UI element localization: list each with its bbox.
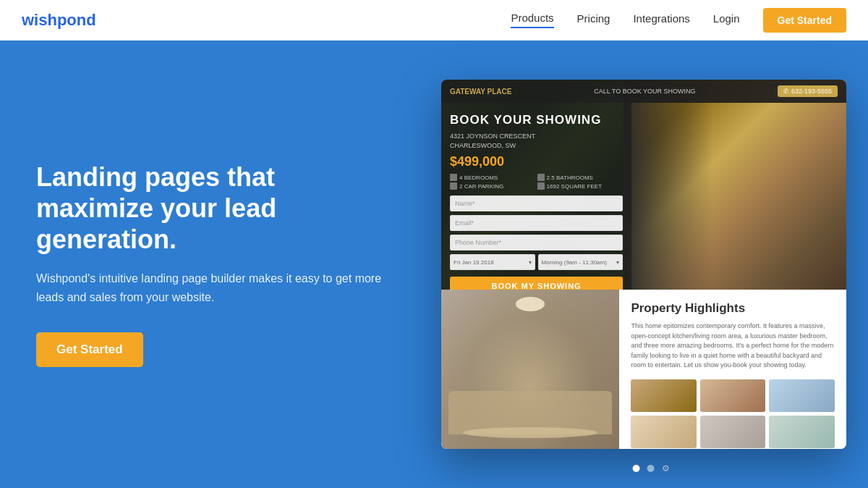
- booking-section: BOOK YOUR SHOWING 4321 JOYNSON CRESCENT …: [441, 103, 631, 290]
- landing-page-preview: GATEWAY PLACE CALL TO BOOK YOUR SHOWING …: [441, 80, 846, 449]
- highlights-title: Property Highlights: [631, 301, 835, 316]
- phone-field[interactable]: Phone Number*: [450, 235, 623, 251]
- feature-sqft: 1692 SQUARE FEET: [537, 182, 624, 190]
- email-field[interactable]: Email*: [450, 215, 623, 231]
- main-content: Landing pages that maximize your lead ge…: [0, 41, 868, 488]
- bed-icon: [450, 174, 457, 181]
- time-select[interactable]: Morning (9am - 11:30am) ▾: [538, 254, 624, 270]
- property-highlights: Property Highlights This home epitomizes…: [619, 290, 846, 449]
- header: wishpond Products Pricing Integrations L…: [0, 0, 868, 41]
- logo: wishpond: [22, 11, 96, 30]
- house-overlay: [624, 80, 846, 290]
- car-icon: [450, 182, 457, 190]
- feature-parking: 2 CAR PARKING: [450, 182, 536, 190]
- bath-icon: [537, 174, 545, 181]
- features-grid: 4 BEDROOMS 2.5 BATHROOMS 2 CAR PARKING: [450, 174, 623, 190]
- interior-photo: [441, 290, 619, 449]
- name-field[interactable]: Name*: [450, 195, 623, 211]
- book-my-showing-button[interactable]: BOOK MY SHOWING: [450, 277, 623, 290]
- photo-thumb-1: [631, 379, 697, 412]
- right-panel: GATEWAY PLACE CALL TO BOOK YOUR SHOWING …: [434, 41, 868, 488]
- feature-bathrooms: 2.5 BATHROOMS: [537, 174, 624, 181]
- slider-dot-settings[interactable]: ⚙: [662, 463, 670, 474]
- date-select[interactable]: Fri Jan 19 2018 ▾: [450, 254, 535, 270]
- area-icon: [537, 182, 545, 190]
- nav-item-pricing[interactable]: Pricing: [577, 12, 610, 28]
- nav: Products Pricing Integrations Login Get …: [511, 8, 846, 33]
- get-started-main-button[interactable]: Get Started: [36, 332, 143, 367]
- photo-thumb-3: [769, 379, 835, 412]
- preview-bottom-section: Property Highlights This home epitomizes…: [441, 290, 846, 449]
- preview-top-section: GATEWAY PLACE CALL TO BOOK YOUR SHOWING …: [441, 80, 846, 290]
- address: 4321 JOYNSON CRESCENT CHARLESWOOD, SW: [450, 132, 623, 150]
- nav-item-login[interactable]: Login: [713, 12, 740, 28]
- preview-logo: GATEWAY PLACE: [450, 88, 511, 96]
- book-title: BOOK YOUR SHOWING: [450, 113, 623, 127]
- table-shape: [463, 427, 597, 438]
- preview-call-text: CALL TO BOOK YOUR SHOWING: [594, 88, 695, 95]
- get-started-nav-button[interactable]: Get Started: [763, 8, 846, 33]
- photo-thumb-6: [769, 416, 835, 448]
- photo-grid: [631, 379, 835, 448]
- hero-subtitle: Wishpond's intuitive landing page builde…: [36, 269, 383, 306]
- photo-thumb-4: [631, 416, 697, 448]
- feature-bedrooms: 4 BEDROOMS: [450, 174, 536, 181]
- date-time-row: Fri Jan 19 2018 ▾ Morning (9am - 11:30am…: [450, 254, 623, 270]
- highlights-text: This home epitomizes contemporary comfor…: [631, 321, 835, 371]
- hero-title: Landing pages that maximize your lead ge…: [36, 161, 398, 256]
- photo-thumb-2: [700, 379, 766, 412]
- preview-phone-button[interactable]: ✆ 632-193-5555: [778, 85, 838, 97]
- light-fixture: [516, 297, 545, 311]
- slider-dot-1[interactable]: [633, 465, 640, 472]
- slider-dots: ⚙: [633, 463, 670, 474]
- left-panel: Landing pages that maximize your lead ge…: [0, 41, 434, 488]
- nav-item-integrations[interactable]: Integrations: [633, 12, 689, 28]
- preview-header-bar: GATEWAY PLACE CALL TO BOOK YOUR SHOWING …: [441, 80, 846, 103]
- nav-item-products[interactable]: Products: [511, 12, 553, 28]
- price: $499,000: [450, 154, 623, 169]
- photo-thumb-5: [700, 416, 766, 448]
- slider-dot-2[interactable]: [647, 465, 655, 472]
